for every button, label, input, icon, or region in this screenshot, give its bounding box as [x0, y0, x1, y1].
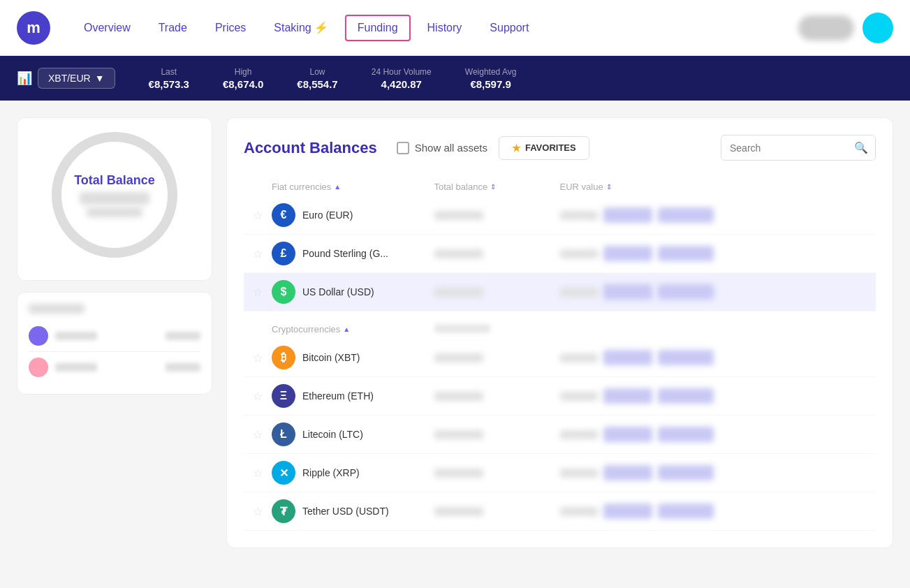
favorite-star-usdt[interactable]: ☆: [253, 505, 263, 518]
btc-value-blur: [560, 353, 599, 362]
asset-amount-blur: [166, 332, 200, 340]
star-cell-eth[interactable]: ☆: [244, 390, 272, 403]
favorite-star-btc[interactable]: ☆: [253, 351, 263, 365]
gbp-balance-blur: [434, 249, 483, 258]
search-button[interactable]: 🔍: [847, 135, 875, 160]
show-all-container[interactable]: Show all assets: [397, 142, 487, 154]
left-panel: Total Balance: [17, 117, 212, 548]
user-avatar[interactable]: [863, 13, 893, 43]
user-name-blur: [798, 15, 854, 41]
currency-name-usdt: Tether USD (USDT): [302, 506, 389, 517]
chart-icon: 📊: [17, 71, 32, 86]
sort-arrow-crypto: ▲: [343, 325, 350, 333]
nav-overview[interactable]: Overview: [73, 16, 142, 40]
favorite-star-eur[interactable]: ☆: [253, 209, 263, 222]
usd-action1-blur: [603, 284, 652, 300]
favorite-star-gbp[interactable]: ☆: [253, 247, 263, 260]
balances-header: Account Balances Show all assets ★ FAVOR…: [244, 135, 876, 161]
sort-arrow-eur: ⇕: [606, 183, 612, 191]
nav-staking[interactable]: Staking ⚡: [263, 15, 339, 40]
star-cell-btc[interactable]: ☆: [244, 351, 272, 365]
asset-dot-purple: [29, 326, 48, 346]
ticker-low: Low €8,554.7: [297, 67, 337, 90]
account-id-blur: [29, 304, 85, 314]
pair-dropdown[interactable]: XBT/EUR ▼: [38, 68, 115, 89]
eur-action1-blur: [603, 207, 652, 223]
ticker-pair-selector[interactable]: 📊 XBT/EUR ▼: [17, 68, 115, 89]
crypto-section-header: Cryptocurrencies ▲: [244, 317, 876, 339]
currency-row-usdt[interactable]: ☆ ₮ Tether USD (USDT): [244, 492, 876, 531]
xrp-balance-blur: [434, 469, 483, 478]
currency-row-btc[interactable]: ☆ ₿ Bitcoin (XBT): [244, 339, 876, 377]
currency-icon-eur: €: [272, 203, 295, 227]
usd-value-blur: [560, 288, 599, 297]
favorite-star-xrp[interactable]: ☆: [253, 466, 263, 480]
favorite-star-ltc[interactable]: ☆: [253, 428, 263, 441]
star-cell-eur[interactable]: ☆: [244, 209, 272, 222]
nav-prices[interactable]: Prices: [204, 16, 257, 40]
star-cell-gbp[interactable]: ☆: [244, 247, 272, 260]
logo[interactable]: m: [17, 11, 50, 45]
nav-funding[interactable]: Funding: [345, 15, 411, 41]
favorites-button[interactable]: ★ FAVORITES: [499, 136, 589, 160]
ticker-volume: 24 Hour Volume 4,420.87: [372, 67, 432, 90]
usdt-value-blur: [560, 507, 599, 516]
favorite-star-eth[interactable]: ☆: [253, 390, 263, 403]
show-all-label[interactable]: Show all assets: [415, 142, 487, 154]
currency-row-usd[interactable]: ☆ $ US Dollar (USD): [244, 273, 876, 311]
btc-action1-blur: [603, 350, 652, 365]
asset-dot-pink: [29, 358, 48, 377]
nav-history[interactable]: History: [416, 16, 474, 40]
eth-value-blur: [560, 392, 599, 401]
star-cell-xrp[interactable]: ☆: [244, 466, 272, 480]
ltc-action1-blur: [603, 427, 652, 442]
ltc-action2-blur: [658, 427, 714, 442]
sort-arrow-fiat: ▲: [334, 183, 341, 191]
currency-name-ltc: Litecoin (LTC): [302, 429, 363, 440]
search-input[interactable]: [721, 137, 847, 159]
star-cell-usdt[interactable]: ☆: [244, 505, 272, 518]
star-cell-ltc[interactable]: ☆: [244, 428, 272, 441]
sort-arrow-total: ⇕: [490, 183, 496, 191]
usdt-balance-blur: [434, 507, 483, 516]
xrp-action1-blur: [603, 465, 652, 480]
balances-title: Account Balances: [244, 139, 377, 157]
fiat-section-header: Fiat currencies ▲ Total balance ⇕ EUR va…: [244, 175, 876, 196]
currency-icon-gbp: £: [272, 242, 295, 265]
xrp-action2-blur: [658, 465, 714, 480]
currency-row-ltc[interactable]: ☆ Ł Litecoin (LTC): [244, 416, 876, 454]
eth-action2-blur: [658, 388, 714, 404]
currency-icon-btc: ₿: [272, 346, 295, 369]
dropdown-arrow-icon: ▼: [95, 73, 105, 84]
gbp-action1-blur: [603, 246, 652, 261]
total-balance-label: Total Balance: [74, 173, 155, 188]
balance-donut-chart: Total Balance: [52, 132, 177, 258]
currency-row-gbp[interactable]: ☆ £ Pound Sterling (G...: [244, 235, 876, 273]
nav-support[interactable]: Support: [478, 16, 540, 40]
currency-row-xrp[interactable]: ☆ ✕ Ripple (XRP): [244, 454, 876, 492]
currency-row-eur[interactable]: ☆ € Euro (EUR): [244, 196, 876, 235]
balance-value-blur: [80, 192, 149, 205]
ticker-bar: 📊 XBT/EUR ▼ Last €8,573.3 High €8,674.0 …: [0, 56, 910, 101]
balance-sub-blur: [87, 207, 142, 217]
star-icon: ★: [512, 142, 521, 154]
show-all-checkbox[interactable]: [397, 142, 409, 154]
usd-balance-blur: [434, 288, 483, 297]
ltc-value-blur: [560, 430, 599, 439]
ltc-balance-blur: [434, 430, 483, 439]
asset-label-blur-2: [55, 363, 97, 372]
nav-links: Overview Trade Prices Staking ⚡ Funding …: [73, 15, 798, 41]
currency-name-gbp: Pound Sterling (G...: [302, 248, 388, 259]
assets-mini-card: [17, 292, 212, 395]
usd-action2-blur: [658, 284, 714, 300]
nav-trade[interactable]: Trade: [147, 16, 198, 40]
currency-icon-usdt: ₮: [272, 499, 295, 523]
top-navigation: m Overview Trade Prices Staking ⚡ Fundin…: [0, 0, 910, 56]
currency-row-eth[interactable]: ☆ Ξ Ethereum (ETH): [244, 377, 876, 416]
logo-icon: m: [17, 11, 50, 45]
currency-name-eur: Euro (EUR): [302, 210, 353, 221]
eur-action2-blur: [658, 207, 714, 223]
search-box[interactable]: 🔍: [721, 135, 876, 161]
favorite-star-usd[interactable]: ☆: [253, 286, 263, 299]
star-cell-usd[interactable]: ☆: [244, 286, 272, 299]
